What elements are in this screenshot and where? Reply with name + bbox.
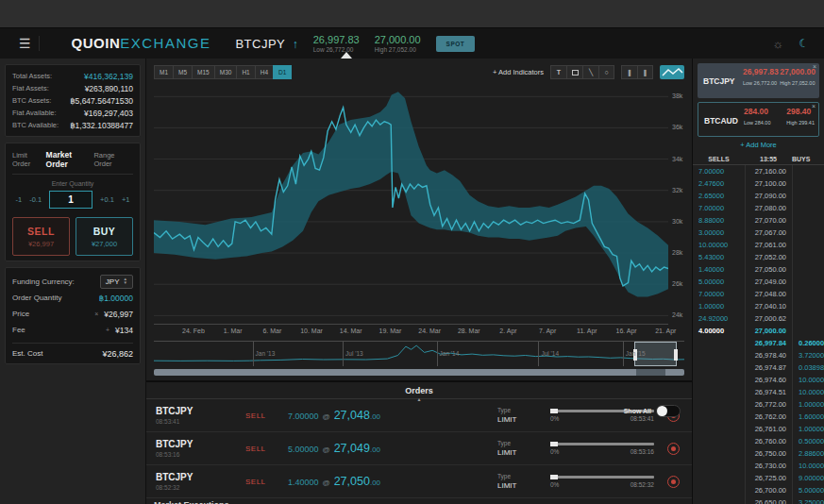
candlestick-chart-button[interactable]: ❚ [621, 65, 637, 79]
buy-quantity-empty [792, 263, 824, 276]
menu-icon[interactable]: ☰ [11, 36, 40, 51]
orders-collapse-caret[interactable]: ▴ [417, 395, 420, 402]
add-more-link[interactable]: + Add More [693, 141, 824, 153]
orderbook-buy-row[interactable]: 26,974.6010.00000 [693, 374, 824, 386]
timeframe-h1[interactable]: H1 [236, 65, 254, 79]
orderbook-buy-row[interactable]: 26,978.403.72000 [693, 349, 824, 361]
orderbook-buy-row[interactable]: 26,730.0010.00000 [693, 460, 824, 472]
buy-quantity: 3.72000 [792, 349, 824, 361]
quantity-input[interactable]: 1 [49, 191, 92, 209]
orderbook-sell-row[interactable]: 1.4000027,050.00 [693, 263, 824, 276]
order-progress-fill [550, 475, 558, 479]
buy-quantity-empty [792, 227, 824, 239]
ohlc-chart-button[interactable]: ❚ [637, 65, 653, 79]
orderbook-sell-row[interactable]: 5.4300027,052.00 [693, 251, 824, 263]
tab-range-order[interactable]: Range Order [93, 151, 133, 168]
orderbook-buy-row[interactable]: 26,761.001.00000 [693, 423, 824, 435]
orderbook-buy-row[interactable]: 26,762.001.60000 [693, 411, 824, 423]
sell-quantity-empty [693, 361, 745, 374]
watchlist-card-btcaud[interactable]: ×BTCAUD284.00Low 284.00298.40High 299.41 [698, 102, 819, 137]
price-chart-svg [154, 84, 668, 322]
buy-price: 26,772.00 [745, 398, 792, 411]
order-detail-row: Order Quantity฿1.00000 [12, 290, 133, 306]
y-axis-tick: 30k [672, 218, 682, 225]
quantity-decrement-button[interactable]: -1 [16, 195, 23, 204]
tab-limit-order[interactable]: Limit Order [12, 151, 46, 168]
order-quantity: 1.40000 [288, 478, 319, 487]
ellipse-tool-button[interactable]: ○ [598, 65, 614, 79]
orderbook-sell-row[interactable]: 8.8800027,070.00 [693, 214, 824, 227]
timeframe-m5[interactable]: M5 [173, 65, 192, 79]
quantity-increment-button[interactable]: +1 [122, 195, 130, 204]
buys-header: BUYS [792, 156, 824, 162]
quantity-decrement-button[interactable]: -0.1 [29, 195, 42, 204]
order-price-decimals: .00 [370, 479, 380, 487]
at-symbol: @ [323, 445, 330, 454]
show-all-toggle[interactable] [656, 405, 681, 417]
orderbook-sell-row[interactable]: 3.0000027,067.00 [693, 227, 824, 239]
orderbook-sell-row[interactable]: 4.0000027,000.00 [693, 325, 824, 337]
order-detail-operator: × [89, 311, 104, 317]
show-all-control: Show All [624, 405, 681, 417]
order-time: 08:52:32 [156, 484, 245, 491]
cancel-order-icon[interactable] [667, 443, 680, 455]
order-exec-time: 08:52:32 [631, 481, 654, 488]
orderbook-buy-row[interactable]: 26,997.840.26000 [693, 337, 824, 349]
chart-scrollbar-thumb[interactable] [636, 369, 665, 376]
orderbook-buy-row[interactable]: 26,725.009.00000 [693, 472, 824, 484]
funding-currency-select[interactable]: JPY ▲▼ [100, 275, 133, 289]
orderbook-buy-row[interactable]: 26,750.002.88600 [693, 447, 824, 460]
chart-scrollbar[interactable] [154, 369, 684, 376]
tab-market-order[interactable]: Market Order [46, 150, 94, 169]
buy-quantity-empty [792, 288, 824, 300]
line-chart-type-button[interactable] [660, 65, 684, 79]
ellipse-tool-icon: ○ [604, 69, 608, 76]
text-tool-button[interactable]: T [550, 65, 566, 79]
orderbook-buy-row[interactable]: 26,974.870.03898 [693, 361, 824, 374]
chart-navigator[interactable]: Jan '13Jul '13Jan '14Jul '14Jan '15 [154, 341, 684, 365]
spot-button[interactable]: SPOT [436, 36, 476, 52]
orderbook-sell-row[interactable]: 7.0000027,160.00 [693, 165, 824, 177]
order-detail-label: Order Quantity [12, 294, 84, 302]
orderbook-sell-row[interactable]: 2.4760027,100.00 [693, 177, 824, 190]
order-type-label: Type [497, 473, 543, 479]
quantity-increment-button[interactable]: +0.1 [100, 195, 114, 204]
sell-quantity: 24.92000 [693, 312, 745, 325]
orderbook-buy-row[interactable]: 26,650.003.25000 [693, 496, 824, 504]
asset-value: ¥416,362,139 [84, 72, 133, 81]
timeframe-d1[interactable]: D1 [273, 65, 292, 79]
order-type-value: LIMIT [497, 415, 543, 424]
navigator-handle-right[interactable] [674, 349, 678, 361]
orderbook-sell-row[interactable]: 1.0000027,040.10 [693, 300, 824, 312]
orderbook-buy-row[interactable]: 26,772.001.00000 [693, 398, 824, 411]
timeframe-m15[interactable]: M15 [192, 65, 214, 79]
line-tool-button[interactable]: ╲ [582, 65, 598, 79]
orderbook-buy-row[interactable]: 26,760.000.50000 [693, 435, 824, 447]
orderbook-sell-row[interactable]: 5.0000027,049.00 [693, 276, 824, 288]
timeframe-h4[interactable]: H4 [255, 65, 273, 79]
sell-button[interactable]: SELL ¥26,997 [12, 217, 70, 256]
order-quantity: 7.00000 [288, 412, 319, 421]
shape-tool-button[interactable] [566, 65, 582, 79]
watchlist-card-btcjpy[interactable]: ×BTCJPY26,997.83Low 26,772.0027,000.00Hi… [698, 63, 819, 98]
cancel-order-icon[interactable] [667, 476, 680, 488]
light-theme-icon[interactable]: ☼ [772, 37, 783, 51]
orderbook-sell-row[interactable]: 10.0000027,061.00 [693, 239, 824, 251]
timeframe-m30[interactable]: M30 [214, 65, 237, 79]
order-pair: BTCJPY [156, 406, 245, 416]
app-logo[interactable]: QUOINEXCHANGE [72, 35, 211, 52]
buy-quantity-empty [792, 190, 824, 202]
x-axis-tick: 2. Apr [499, 328, 516, 334]
orderbook-sell-row[interactable]: 7.0000027,048.00 [693, 288, 824, 300]
orderbook-sell-row[interactable]: 2.6500027,090.00 [693, 190, 824, 202]
orderbook-sell-row[interactable]: 7.0000027,080.00 [693, 202, 824, 214]
y-axis-tick: 38k [672, 92, 682, 99]
buy-button[interactable]: BUY ¥27,000 [76, 217, 133, 256]
dark-theme-icon[interactable]: ☾ [799, 37, 809, 50]
price-chart[interactable]: 38k36k34k32k30k28k26k24k [154, 84, 689, 322]
orderbook-sell-row[interactable]: 24.9200027,000.62 [693, 312, 824, 325]
timeframe-m1[interactable]: M1 [154, 65, 173, 79]
orderbook-buy-row[interactable]: 26,974.5110.00000 [693, 386, 824, 398]
orderbook-buy-row[interactable]: 26,700.005.00000 [693, 484, 824, 496]
add-indicators-button[interactable]: + Add Indicators [493, 68, 544, 76]
